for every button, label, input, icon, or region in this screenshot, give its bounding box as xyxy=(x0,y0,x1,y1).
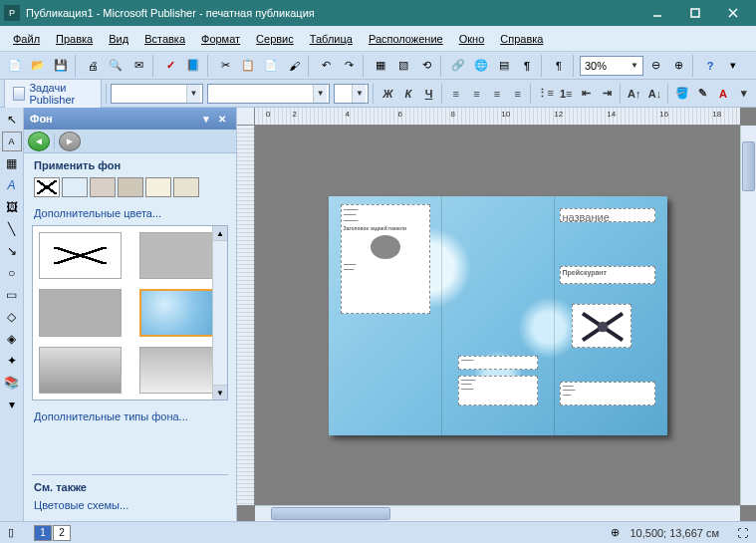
thumb-gray2[interactable] xyxy=(39,289,122,338)
close-button[interactable] xyxy=(714,0,752,26)
copy-icon[interactable]: 📋 xyxy=(237,55,259,77)
align-center-icon[interactable]: ≡ xyxy=(468,83,485,105)
canvas-vscroll[interactable] xyxy=(740,126,756,505)
rotate-icon[interactable]: ⟲ xyxy=(415,55,437,77)
thumb-scrollbar[interactable]: ▲ ▼ xyxy=(212,226,227,400)
rect-tool-icon[interactable]: ▭ xyxy=(2,285,22,305)
page-tab-2[interactable]: 2 xyxy=(53,525,71,541)
textbox-back-panel[interactable]: ━━━━━━━━━━━━━━━━━━━━ Заголовок задней па… xyxy=(341,204,430,314)
toolbar-options-icon[interactable]: ▾ xyxy=(722,55,744,77)
menu-format[interactable]: Формат xyxy=(194,30,247,48)
web-preview-icon[interactable]: 🌐 xyxy=(470,55,492,77)
pane-close-icon[interactable]: ✕ xyxy=(214,114,230,125)
cut-icon[interactable]: ✂ xyxy=(214,55,236,77)
thumb-grad2[interactable] xyxy=(139,347,222,394)
indent-dec-icon[interactable]: ⇤ xyxy=(579,83,596,105)
indent-inc-icon[interactable]: ⇥ xyxy=(599,83,616,105)
bookmark-tool-icon[interactable]: ◈ xyxy=(2,329,22,349)
menu-file[interactable]: Файл xyxy=(6,30,47,48)
format-painter-icon[interactable]: 🖌 xyxy=(283,55,305,77)
send-back-icon[interactable]: ▧ xyxy=(392,55,414,77)
mail-icon[interactable]: ✉ xyxy=(127,55,149,77)
page-tab-1[interactable]: 1 xyxy=(34,525,52,541)
canvas-hscroll[interactable] xyxy=(255,505,740,521)
numbering-icon[interactable]: 1≡ xyxy=(558,83,575,105)
menu-edit[interactable]: Правка xyxy=(49,30,100,48)
publication-page[interactable]: ━━━━━━━━━━━━━━━━━━━━ Заголовок задней па… xyxy=(329,196,667,435)
picture-tool-icon[interactable]: 🖼 xyxy=(2,197,22,217)
shapes-tool-icon[interactable]: ◇ xyxy=(2,307,22,327)
menu-table[interactable]: Таблица xyxy=(303,30,360,48)
bullets-icon[interactable]: ⋮≡ xyxy=(537,83,554,105)
textbox-mid2[interactable]: ━━━━━━━━━━━━━━━━━━ xyxy=(458,376,538,406)
wordart-tool-icon[interactable]: A xyxy=(2,175,22,195)
swatch-1[interactable] xyxy=(62,177,88,197)
thumb-none[interactable] xyxy=(39,232,122,279)
new-icon[interactable]: 📄 xyxy=(4,55,26,77)
page-nav-icon[interactable]: ▯ xyxy=(8,526,14,539)
maximize-button[interactable] xyxy=(676,0,714,26)
ruler-horizontal[interactable]: 024681012141618202224262830323436 xyxy=(255,108,740,126)
more-tools-icon[interactable]: ▾ xyxy=(2,395,22,414)
ruler-vertical[interactable] xyxy=(237,126,255,505)
swatch-4[interactable] xyxy=(145,177,171,197)
zoom-out-icon[interactable]: ⊖ xyxy=(644,55,666,77)
align-right-icon[interactable]: ≡ xyxy=(489,83,506,105)
paste-icon[interactable]: 📄 xyxy=(260,55,282,77)
minimize-button[interactable] xyxy=(638,0,676,26)
font-color-icon[interactable]: A xyxy=(715,83,732,105)
save-icon[interactable]: 💾 xyxy=(50,55,72,77)
menu-insert[interactable]: Вставка xyxy=(137,30,192,48)
line-tool-icon[interactable]: ╲ xyxy=(2,219,22,239)
swatch-2[interactable] xyxy=(90,177,116,197)
select-tool-icon[interactable]: ↖ xyxy=(2,110,22,130)
open-icon[interactable]: 📂 xyxy=(27,55,49,77)
menu-view[interactable]: Вид xyxy=(102,30,135,48)
toolbar2-options-icon[interactable]: ▾ xyxy=(735,83,752,105)
textbox-graphic[interactable] xyxy=(572,304,631,348)
pane-dropdown-icon[interactable]: ▼ xyxy=(198,114,214,125)
hyperlink-icon[interactable]: 🔗 xyxy=(447,55,469,77)
more-colors-link[interactable]: Дополнительные цвета... xyxy=(24,203,236,223)
shrink-font-icon[interactable]: A↓ xyxy=(646,83,663,105)
thumb-grad1[interactable] xyxy=(39,347,122,394)
style-combo[interactable]: ▼ xyxy=(111,84,203,104)
spelling-icon[interactable]: ✓ xyxy=(159,55,181,77)
italic-button[interactable]: К xyxy=(400,83,417,105)
scroll-down-icon[interactable]: ▼ xyxy=(213,385,227,400)
undo-icon[interactable]: ↶ xyxy=(315,55,337,77)
arrow-tool-icon[interactable]: ↘ xyxy=(2,241,22,261)
swatch-5[interactable] xyxy=(173,177,199,197)
thumb-bokeh-selected[interactable] xyxy=(139,289,222,338)
menu-help[interactable]: Справка xyxy=(493,30,550,48)
columns-icon[interactable]: ▤ xyxy=(493,55,515,77)
tasks-button[interactable]: Задачи Publisher xyxy=(4,79,102,109)
swatch-none[interactable] xyxy=(34,177,60,197)
textbox-tool-icon[interactable]: A xyxy=(2,132,22,151)
underline-button[interactable]: Ч xyxy=(420,83,437,105)
special-chars-icon[interactable]: ¶ xyxy=(516,55,538,77)
zoom-in-icon[interactable]: ⊕ xyxy=(667,55,689,77)
print-icon[interactable]: 🖨 xyxy=(82,55,104,77)
swatch-3[interactable] xyxy=(118,177,143,197)
show-marks-icon[interactable]: ¶ xyxy=(548,55,570,77)
textbox-org1[interactable]: название организации xyxy=(560,208,655,222)
bring-front-icon[interactable]: ▦ xyxy=(370,55,391,77)
menu-tools[interactable]: Сервис xyxy=(249,30,301,48)
color-schemes-link[interactable]: Цветовые схемы... xyxy=(24,495,236,521)
textbox-price[interactable]: Прейскурант xyxy=(560,266,655,284)
scroll-up-icon[interactable]: ▲ xyxy=(213,226,227,241)
zoom-combo[interactable]: 30%▼ xyxy=(580,56,643,76)
item-library-icon[interactable]: 📚 xyxy=(2,373,22,393)
research-icon[interactable]: 📘 xyxy=(182,55,204,77)
table-tool-icon[interactable]: ▦ xyxy=(2,153,22,173)
redo-icon[interactable]: ↷ xyxy=(338,55,360,77)
textbox-mid1[interactable]: ━━━━━━ xyxy=(458,356,538,370)
help-icon[interactable]: ? xyxy=(699,55,721,77)
bold-button[interactable]: Ж xyxy=(379,83,396,105)
nav-fwd-icon[interactable]: ► xyxy=(59,132,81,151)
font-combo[interactable]: ▼ xyxy=(207,84,330,104)
size-combo[interactable]: ▼ xyxy=(334,84,369,104)
more-bg-types-link[interactable]: Дополнительные типы фона... xyxy=(24,407,236,426)
fill-color-icon[interactable]: 🪣 xyxy=(673,83,690,105)
